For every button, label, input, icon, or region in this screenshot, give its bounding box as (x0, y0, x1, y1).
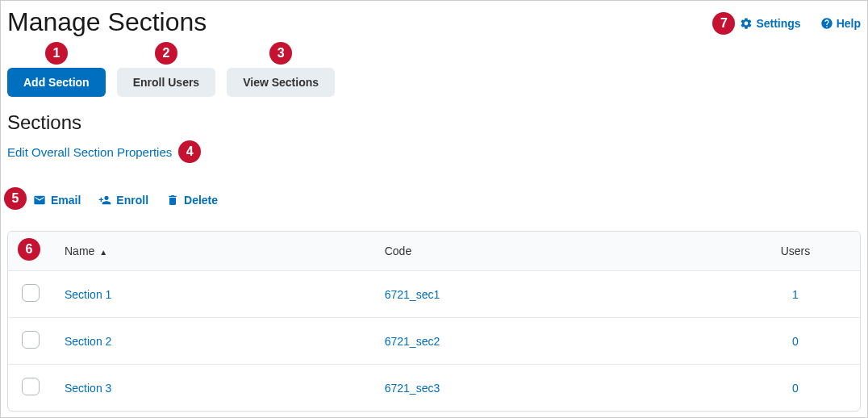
section-name-link[interactable]: Section 2 (65, 335, 111, 348)
help-link-label: Help (837, 17, 861, 30)
delete-action[interactable]: Delete (166, 194, 218, 207)
section-name-link[interactable]: Section 1 (65, 288, 111, 301)
delete-action-label: Delete (184, 194, 218, 207)
section-users-link[interactable]: 1 (792, 288, 799, 301)
section-code-link[interactable]: 6721_sec1 (385, 288, 440, 301)
sort-ascending-icon: ▲ (99, 248, 107, 257)
enroll-action[interactable]: Enroll (98, 194, 148, 207)
code-column-header: Code (373, 232, 731, 271)
select-all-header: 6 (8, 232, 53, 271)
section-users-link[interactable]: 0 (792, 335, 799, 348)
annotation-marker-2: 2 (155, 42, 177, 65)
table-row: Section 3 6721_sec3 0 (8, 365, 860, 412)
table-row: Section 1 6721_sec1 1 (8, 271, 860, 318)
button-row: 1 Add Section 2 Enroll Users 3 View Sect… (7, 68, 861, 97)
annotation-marker-5: 5 (4, 187, 27, 210)
table-header-row: 6 Name ▲ Code Users (8, 232, 860, 271)
sections-table: 6 Name ▲ Code Users Section 1 6721_sec1 … (7, 231, 861, 412)
row-checkbox[interactable] (22, 284, 40, 302)
section-code-link[interactable]: 6721_sec2 (385, 335, 440, 348)
email-action-label: Email (51, 194, 81, 207)
email-action[interactable]: Email (33, 194, 81, 207)
enroll-users-label: Enroll Users (133, 76, 199, 89)
settings-link-label: Settings (756, 17, 800, 30)
table-row: Section 2 6721_sec2 0 (8, 318, 860, 365)
add-section-label: Add Section (23, 76, 90, 89)
gear-icon (740, 17, 753, 30)
view-sections-label: View Sections (243, 76, 319, 89)
annotation-marker-3: 3 (269, 42, 292, 65)
top-links: 7 Settings Help (712, 7, 861, 35)
section-users-link[interactable]: 0 (792, 382, 799, 395)
add-section-button[interactable]: 1 Add Section (7, 68, 106, 97)
email-icon (33, 194, 46, 207)
enroll-icon (98, 194, 111, 207)
settings-link[interactable]: Settings (740, 17, 800, 30)
trash-icon (166, 194, 179, 207)
edit-properties-link[interactable]: Edit Overall Section Properties (7, 145, 172, 159)
annotation-marker-7: 7 (712, 12, 735, 35)
help-icon (820, 17, 833, 30)
row-checkbox[interactable] (22, 378, 40, 395)
section-name-link[interactable]: Section 3 (65, 382, 111, 395)
name-header-label: Name (65, 245, 94, 257)
annotation-marker-1: 1 (45, 42, 68, 65)
section-code-link[interactable]: 6721_sec3 (385, 382, 440, 395)
enroll-action-label: Enroll (116, 194, 148, 207)
enroll-users-button[interactable]: 2 Enroll Users (117, 68, 215, 97)
page-title: Manage Sections (7, 7, 207, 37)
annotation-marker-4: 4 (178, 140, 201, 163)
name-column-header[interactable]: Name ▲ (53, 232, 373, 271)
sections-heading: Sections (7, 111, 861, 134)
row-checkbox[interactable] (22, 331, 40, 349)
users-column-header: Users (731, 232, 860, 271)
annotation-marker-6: 6 (18, 238, 40, 261)
view-sections-button[interactable]: 3 View Sections (227, 68, 335, 97)
action-row: 5 Email Enroll Delete (7, 189, 861, 211)
help-link[interactable]: Help (820, 17, 861, 30)
